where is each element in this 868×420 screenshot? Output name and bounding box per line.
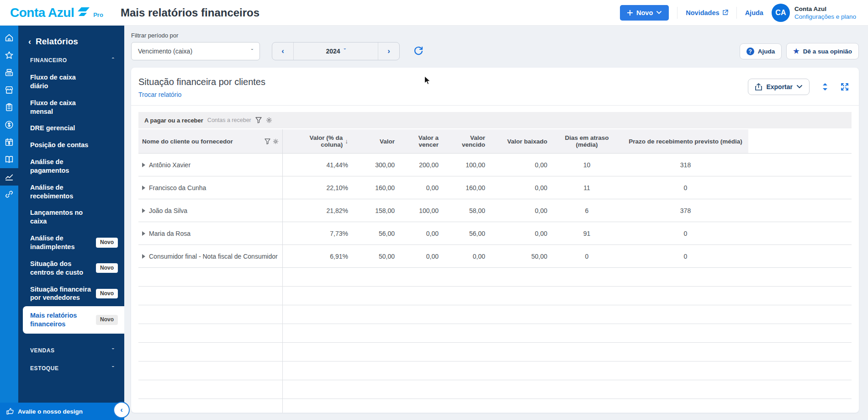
sidebar-item-4[interactable]: Análise de pagamentos xyxy=(18,154,124,179)
feedback-button[interactable]: ★ Dê a sua opinião xyxy=(786,43,859,59)
cash-register-icon xyxy=(4,68,14,78)
empty-row xyxy=(138,324,852,343)
section-financeiro[interactable]: FINANCEIRO ˆ xyxy=(18,49,124,67)
empty-row xyxy=(138,305,852,324)
next-year-button[interactable]: › xyxy=(378,43,399,60)
table-row-4[interactable]: Consumidor final - Nota fiscal de Consum… xyxy=(138,245,852,268)
cell-1-7: 0 xyxy=(623,176,748,199)
sidebar-item-0[interactable]: Fluxo de caixa diário xyxy=(18,69,124,95)
strip-storefront-icon[interactable] xyxy=(0,81,18,99)
empty-row xyxy=(138,268,852,287)
cell-2-2: 158,00 xyxy=(352,199,398,222)
back-to-relatorios[interactable]: ‹ Relatórios xyxy=(18,26,124,49)
table-row-1[interactable]: Francisco da Cunha22,10%160,000,00160,00… xyxy=(138,176,852,199)
strip-cash-register-icon[interactable] xyxy=(0,64,18,81)
year-select[interactable]: 2024 ˇ xyxy=(293,43,378,60)
change-report-link[interactable]: Trocar relatório xyxy=(138,91,181,98)
refresh-button[interactable] xyxy=(413,42,423,60)
cell-4-5: 50,00 xyxy=(489,245,551,267)
section-estoque[interactable]: ESTOQUE ˇ xyxy=(18,358,124,376)
strip-book-icon[interactable] xyxy=(0,151,18,168)
account-settings-link[interactable]: Configurações e plano xyxy=(794,13,856,20)
expand-row-icon[interactable] xyxy=(142,208,145,213)
sidebar-item-9[interactable]: Situação financeira por vendedoresNovo xyxy=(18,281,124,307)
strip-money-circle-icon[interactable] xyxy=(0,116,18,133)
strip-chart-icon[interactable] xyxy=(0,168,18,186)
strip-calendar-money-icon[interactable] xyxy=(0,133,18,151)
strip-home-icon[interactable] xyxy=(0,29,18,47)
cell-1-3: 0,00 xyxy=(398,176,442,199)
cell-4-7: 0 xyxy=(623,245,748,267)
column-header-1[interactable]: Valor (% da coluna)↓ xyxy=(283,129,352,153)
cell-0-4: 100,00 xyxy=(442,154,489,176)
chevron-up-icon: ˆ xyxy=(112,57,114,64)
sidebar-item-2[interactable]: DRE gerencial xyxy=(18,120,124,137)
expand-row-icon[interactable] xyxy=(142,231,145,236)
rate-design-button[interactable]: Avalie o nosso design xyxy=(0,403,124,420)
novo-button[interactable]: Novo xyxy=(620,5,669,21)
export-button[interactable]: Exportar xyxy=(748,79,810,95)
account-menu[interactable]: CA Conta Azul Configurações e plano xyxy=(772,4,856,22)
sidebar-item-8[interactable]: Situação dos centros de custoNovo xyxy=(18,255,124,281)
column-header-0[interactable]: Nome do cliente ou fornecedor xyxy=(138,129,283,153)
gear-icon[interactable] xyxy=(266,117,272,123)
column-header-2[interactable]: Valor xyxy=(352,129,398,153)
strip-link-icon[interactable] xyxy=(0,186,18,203)
sidebar-item-1[interactable]: Fluxo de caixa mensal xyxy=(18,95,124,120)
column-header-label: Valor a vencer xyxy=(402,134,439,148)
cell-0-2: 300,00 xyxy=(352,154,398,176)
cell-1-5: 0,00 xyxy=(489,176,551,199)
cell-4-2: 50,00 xyxy=(352,245,398,267)
client-name: Maria da Rosa xyxy=(149,230,191,237)
sidebar-item-7[interactable]: Análise de inadimplentesNovo xyxy=(18,230,124,255)
account-name: Conta Azul xyxy=(794,5,856,13)
avatar[interactable]: CA xyxy=(772,4,790,22)
cell-0-1: 41,44% xyxy=(283,154,352,176)
logo-pro-label: Pro xyxy=(93,11,103,18)
sidebar-item-3[interactable]: Posição de contas xyxy=(18,137,124,154)
expand-row-icon[interactable] xyxy=(142,254,145,259)
band-subtitle: Contas a receber xyxy=(207,117,251,123)
column-header-4[interactable]: Valor vencido xyxy=(442,129,489,153)
table-header-row: Nome do cliente ou fornecedorValor (% da… xyxy=(138,129,852,154)
column-header-7[interactable]: Prazo de recebimento previsto (média) xyxy=(623,129,748,153)
empty-row-name-cell xyxy=(138,380,283,399)
expand-row-icon[interactable] xyxy=(142,163,145,167)
cell-0-6: 10 xyxy=(551,154,623,176)
ajuda-button[interactable]: ? Ajuda xyxy=(740,43,782,59)
sidebar-item-6[interactable]: Lançamentos no caixa xyxy=(18,204,124,230)
table-row-2[interactable]: João da Silva21,82%158,00100,0058,000,00… xyxy=(138,199,852,222)
app-logo[interactable]: Conta Azul Pro xyxy=(0,5,114,20)
filter-icon[interactable] xyxy=(255,117,262,123)
novidades-link[interactable]: Novidades xyxy=(686,9,728,16)
strip-clipboard-icon[interactable] xyxy=(0,99,18,116)
band-title: A pagar ou a receber xyxy=(144,117,203,124)
previous-year-button[interactable]: ‹ xyxy=(272,43,293,60)
row-name-cell: Antônio Xavier xyxy=(138,154,283,176)
gear-icon[interactable] xyxy=(273,138,279,144)
period-select[interactable]: Vencimento (caixa) ˇ xyxy=(131,42,260,60)
sidebar-item-10[interactable]: Mais relatórios financeirosNovo xyxy=(23,306,124,334)
fullscreen-button[interactable] xyxy=(841,83,849,91)
section-vendas[interactable]: VENDAS ˇ xyxy=(18,340,124,358)
table-row-3[interactable]: Maria da Rosa7,73%56,000,0056,000,00910 xyxy=(138,222,852,245)
filter-icon[interactable] xyxy=(265,138,270,144)
ajuda-link[interactable]: Ajuda xyxy=(745,9,763,16)
table-row-0[interactable]: Antônio Xavier41,44%300,00200,00100,000,… xyxy=(138,154,852,176)
column-header-6[interactable]: Dias em atraso (média) xyxy=(551,129,623,153)
filter-period-label: Filtrar período por xyxy=(131,32,260,39)
cell-2-7: 378 xyxy=(623,199,748,222)
divider xyxy=(131,105,859,106)
cell-2-5: 0,00 xyxy=(489,199,551,222)
expand-row-icon[interactable] xyxy=(142,186,145,190)
cell-1-4: 160,00 xyxy=(442,176,489,199)
expand-rows-button[interactable] xyxy=(821,83,829,91)
strip-star-icon[interactable] xyxy=(0,47,18,64)
sidebar-collapse-button[interactable]: ‹ xyxy=(113,402,130,418)
column-header-label: Prazo de recebimento previsto (média) xyxy=(629,138,742,145)
column-header-3[interactable]: Valor a vencer xyxy=(398,129,442,153)
sidebar-item-5[interactable]: Análise de recebimentos xyxy=(18,179,124,205)
chevron-down-icon: ˇ xyxy=(251,48,253,55)
column-header-5[interactable]: Valor baixado xyxy=(489,129,551,153)
thumbs-up-icon xyxy=(6,408,14,415)
